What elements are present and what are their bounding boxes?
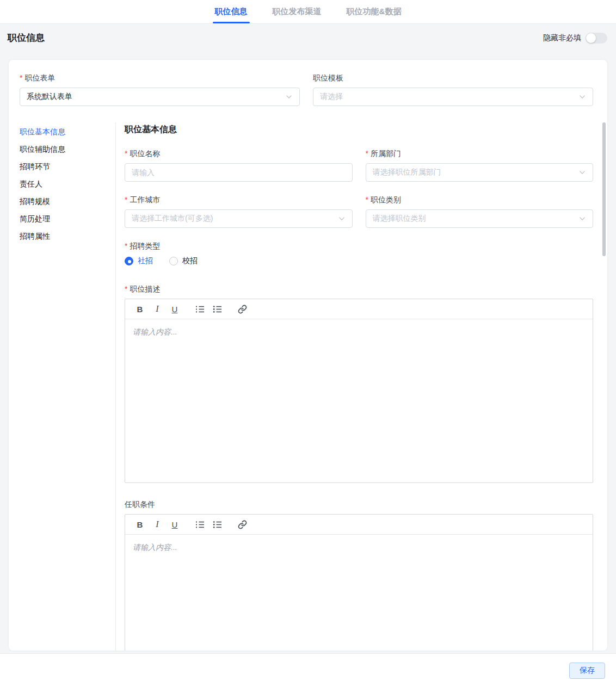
hide-optional-label: 隐藏非必填 [543,33,581,43]
chevron-down-icon [578,215,586,222]
required-mark: * [125,241,127,251]
form-row-2: * 工作城市 请选择工作城市(可多选) * 职 [125,195,593,228]
italic-icon[interactable]: I [151,518,163,531]
department-placeholder: 请选择职位所属部门 [373,168,441,177]
tab-functions-data[interactable]: 职位功能&数据 [346,0,403,23]
ordered-list-icon[interactable] [194,518,206,531]
nav-item-recruit-attributes[interactable]: 招聘属性 [20,228,115,245]
page-title: 职位信息 [8,32,45,44]
radio-label: 校招 [182,256,198,266]
unordered-list-icon[interactable] [211,518,223,531]
work-city-field: * 工作城市 请选择工作城市(可多选) [125,195,353,228]
tab-label: 职位信息 [215,7,248,17]
hide-optional-toggle-group: 隐藏非必填 [543,33,607,44]
chevron-down-icon [578,169,586,176]
nav-item-owner[interactable]: 责任人 [20,176,115,193]
recruit-type-options: 社招 校招 [125,256,593,267]
tab-publish-channels[interactable]: 职位发布渠道 [272,0,323,23]
job-form-label: * 职位表单 [20,73,300,83]
required-mark: * [125,284,127,294]
job-category-field: * 职位类别 请选择职位类别 [366,195,594,228]
italic-icon[interactable]: I [151,302,163,315]
radio-unselected-icon [169,257,178,265]
job-description-textarea[interactable]: 请输入内容... [125,319,593,482]
footer-bar: 保存 [0,653,616,687]
required-mark: * [366,148,368,159]
department-label: * 所属部门 [366,148,594,159]
job-name-field: * 职位名称 [125,148,353,182]
tab-label: 职位发布渠道 [273,7,322,17]
nav-item-auxiliary-info[interactable]: 职位辅助信息 [20,141,115,158]
anchor-nav: 职位基本信息 职位辅助信息 招聘环节 责任人 招聘规模 简历处理 招聘属性 [20,122,116,651]
job-requirement-editor: B I U [125,514,593,651]
job-form-select[interactable]: 系统默认表单 [20,88,300,106]
card-body: 职位基本信息 职位辅助信息 招聘环节 责任人 招聘规模 简历处理 招聘属性 职位… [20,122,593,651]
top-fields-row: * 职位表单 系统默认表单 职位模板 请选择 [20,73,593,106]
job-description-label: * 职位描述 [125,284,593,294]
required-mark: * [125,148,127,159]
unordered-list-icon[interactable] [211,302,223,315]
job-form-value: 系统默认表单 [27,92,72,102]
nav-item-resume-handling[interactable]: 简历处理 [20,211,115,228]
department-field: * 所属部门 请选择职位所属部门 [366,148,594,182]
form-row-1: * 职位名称 * 所属部门 请选择职位所属部门 [125,148,593,182]
underline-icon[interactable]: U [169,518,181,531]
page-header: 职位信息 隐藏非必填 [0,24,616,51]
job-requirement-field: 任职条件 B I U [125,499,593,651]
bold-icon[interactable]: B [134,302,146,315]
job-template-placeholder: 请选择 [320,92,343,102]
radio-campus-recruit[interactable]: 校招 [169,256,198,266]
job-description-field: * 职位描述 B I U [125,284,593,483]
job-template-field: 职位模板 请选择 [313,73,593,106]
job-category-label: * 职位类别 [366,195,594,205]
chevron-down-icon [578,93,586,101]
ordered-list-icon[interactable] [194,302,206,315]
job-template-label: 职位模板 [313,73,593,83]
nav-item-basic-info[interactable]: 职位基本信息 [20,123,115,141]
job-category-placeholder: 请选择职位类别 [373,214,426,224]
section-title: 职位基本信息 [125,123,593,135]
link-icon[interactable] [236,518,248,531]
job-requirement-label: 任职条件 [125,499,593,510]
recruit-type-label: * 招聘类型 [125,241,593,251]
bold-icon[interactable]: B [134,518,146,531]
save-button[interactable]: 保存 [569,663,605,679]
job-name-input[interactable] [125,163,353,182]
job-form-field: * 职位表单 系统默认表单 [20,73,300,106]
required-mark: * [366,195,368,205]
job-description-editor: B I U [125,299,593,483]
chevron-down-icon [285,93,293,101]
required-mark: * [20,73,22,83]
work-city-placeholder: 请选择工作城市(可多选) [132,214,213,224]
editor-toolbar: B I U [125,299,593,319]
recruit-type-field: * 招聘类型 社招 校招 [125,241,593,267]
underline-icon[interactable]: U [169,302,181,315]
work-city-select[interactable]: 请选择工作城市(可多选) [125,209,353,228]
top-tab-bar: 职位信息 职位发布渠道 职位功能&数据 [0,0,616,24]
nav-item-recruit-scale[interactable]: 招聘规模 [20,193,115,211]
editor-toolbar: B I U [125,515,593,535]
radio-label: 社招 [138,256,153,266]
job-category-select[interactable]: 请选择职位类别 [366,209,594,228]
work-city-label: * 工作城市 [125,195,353,205]
link-icon[interactable] [236,302,248,315]
radio-selected-icon [125,257,133,265]
tab-job-info[interactable]: 职位信息 [214,0,249,23]
department-select[interactable]: 请选择职位所属部门 [366,163,594,182]
tab-label: 职位功能&数据 [347,7,402,17]
switch-knob [586,33,596,43]
nav-item-recruit-stages[interactable]: 招聘环节 [20,158,115,176]
job-requirement-textarea[interactable]: 请输入内容... [125,535,593,651]
required-mark: * [125,195,127,205]
hide-optional-switch[interactable] [586,33,607,44]
job-info-card: * 职位表单 系统默认表单 职位模板 请选择 [9,60,607,651]
form-pane: 职位基本信息 * 职位名称 * 所属部门 [116,122,593,651]
vertical-scrollbar[interactable] [602,122,606,256]
job-name-label: * 职位名称 [125,148,353,159]
chevron-down-icon [338,215,346,222]
job-template-select[interactable]: 请选择 [313,88,593,106]
radio-social-recruit[interactable]: 社招 [125,256,153,266]
